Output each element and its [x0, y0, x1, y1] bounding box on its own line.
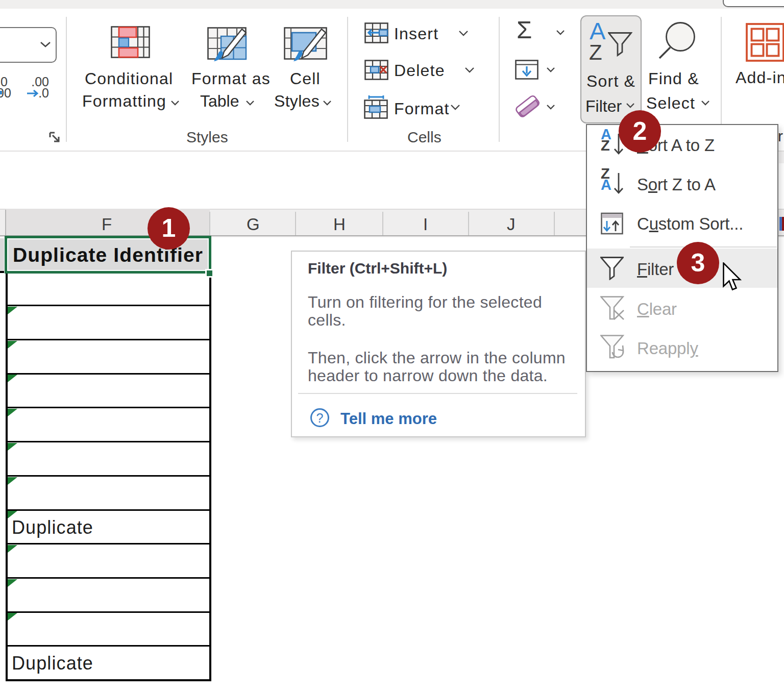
svg-text:?: ?: [316, 411, 324, 425]
